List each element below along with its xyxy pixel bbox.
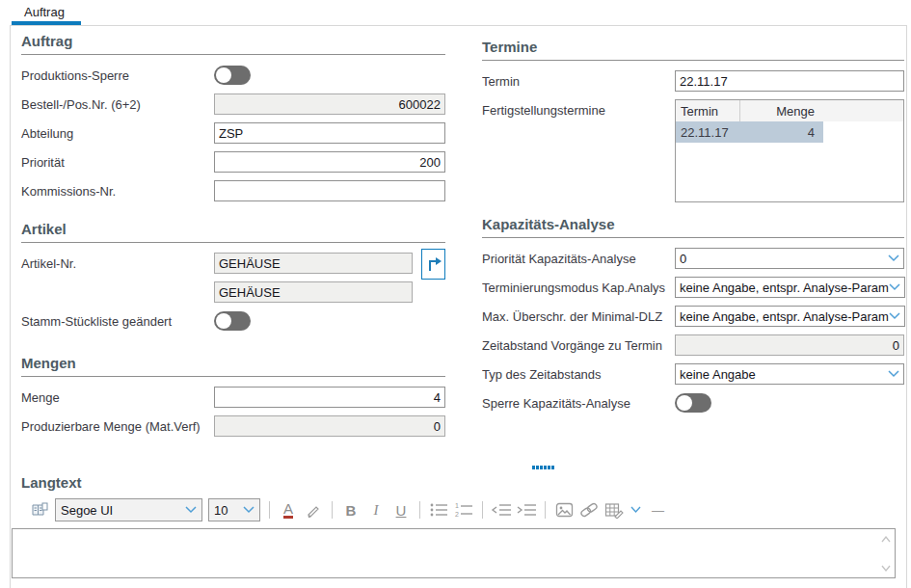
bullet-list-icon[interactable]	[428, 498, 449, 521]
bold-button[interactable]: B	[340, 498, 362, 521]
chevron-down-icon	[185, 506, 197, 514]
kommissions-nr-label: Kommissions-Nr.	[21, 184, 214, 199]
selected-value: keine Angabe, entspr. Analyse-Param	[680, 309, 889, 324]
bestell-pos-nr-label: Bestell-/Pos.Nr. (6+2)	[21, 97, 214, 112]
jump-arrow-icon	[424, 254, 443, 274]
stamm-stueckliste-label: Stamm-Stückliste geändert	[21, 314, 214, 329]
prioritaet-kapazitaets-analyse-select[interactable]: 0	[675, 248, 904, 269]
zeitabstand-vorgaenge-field[interactable]	[675, 334, 904, 356]
svg-text:1: 1	[455, 502, 459, 509]
termin-label: Termin	[482, 74, 675, 89]
section-title-mengen: Mengen	[21, 355, 445, 377]
langtext-editor[interactable]	[13, 529, 895, 577]
stamm-stueckliste-toggle[interactable]	[214, 311, 251, 331]
menge-label: Menge	[21, 390, 214, 405]
section-title-auftrag: Auftrag	[21, 33, 445, 55]
table-row[interactable]: 22.11.17 4	[676, 121, 823, 143]
section-title-artikel: Artikel	[21, 221, 445, 243]
produzierbare-menge-field[interactable]	[214, 415, 445, 437]
horizontal-rule-button[interactable]: —	[652, 503, 664, 518]
prioritaet-label: Priorität	[21, 155, 214, 170]
artikel-nr-label: Artikel-Nr.	[21, 256, 214, 271]
numbered-list-icon[interactable]: 1 2	[453, 498, 474, 521]
langtext-editor-wrap	[12, 528, 896, 578]
left-column: Auftrag Produktions-Sperre Bestell-/Pos.…	[21, 33, 445, 444]
artikel-jump-button[interactable]	[421, 249, 445, 280]
toolbar-divider	[269, 501, 270, 519]
insert-link-icon[interactable]	[578, 498, 600, 521]
toolbar-divider	[545, 501, 546, 519]
chevron-down-icon	[243, 506, 255, 514]
italic-button[interactable]: I	[365, 498, 387, 521]
tab-active-indicator	[12, 21, 81, 25]
toolbar-divider	[419, 501, 420, 519]
abteilung-label: Abteilung	[21, 126, 214, 141]
insert-image-icon[interactable]	[553, 498, 575, 521]
cell-termin: 22.11.17	[676, 125, 740, 140]
prioritaet-kapazitaets-analyse-label: Priorität Kapazitäts-Analyse	[482, 252, 675, 266]
font-color-button[interactable]: A	[278, 498, 299, 521]
font-family-select[interactable]: Segoe UI	[55, 498, 202, 521]
chevron-down-icon	[889, 312, 900, 320]
terminierungsmodus-select[interactable]: keine Angabe, entspr. Analyse-Param	[675, 277, 905, 298]
toolbar-divider	[482, 501, 483, 519]
max-ueberschr-minimal-dlz-select[interactable]: keine Angabe, entspr. Analyse-Param	[675, 306, 905, 327]
produktions-sperre-toggle[interactable]	[214, 66, 251, 85]
underline-button[interactable]: U	[390, 498, 412, 521]
svg-text:2: 2	[455, 511, 459, 518]
chevron-down-icon	[889, 283, 900, 291]
selected-size: 10	[214, 503, 243, 518]
zeitabstand-vorgaenge-label: Zeitabstand Vorgänge zu Termin	[482, 338, 675, 353]
highlight-pencil-icon[interactable]	[303, 498, 324, 521]
right-column: Termine Termin Fertigstellungstermine Te…	[482, 39, 904, 421]
sperre-kapazitaets-analyse-toggle[interactable]	[675, 393, 711, 413]
artikel-name-field[interactable]	[214, 281, 413, 303]
toolbar-divider	[332, 501, 333, 519]
termin-field[interactable]	[675, 70, 904, 92]
column-header-menge[interactable]: Menge	[740, 104, 818, 119]
max-ueberschr-minimal-dlz-label: Max. Überschr. der Minimal-DLZ	[482, 309, 675, 324]
section-title-kapazitaets-analyse: Kapazitäts-Analyse	[482, 216, 904, 238]
splitter-handle-icon[interactable]	[532, 466, 555, 469]
open-book-icon[interactable]	[29, 498, 50, 521]
scroll-down-icon[interactable]	[879, 562, 893, 574]
selected-value: keine Angabe, entspr. Analyse-Param	[680, 281, 889, 295]
font-size-select[interactable]: 10	[208, 498, 260, 521]
artikel-nr-field[interactable]	[214, 253, 413, 274]
abteilung-field[interactable]	[214, 122, 445, 144]
bestell-pos-nr-field[interactable]	[214, 94, 445, 115]
selected-font: Segoe UI	[61, 503, 185, 518]
prioritaet-field[interactable]	[214, 151, 445, 173]
chevron-down-icon	[888, 254, 899, 262]
insert-table-icon[interactable]	[603, 498, 625, 521]
cell-menge: 4	[740, 125, 818, 140]
langtext-toolbar: Segoe UI 10 A B I U 1 2	[27, 495, 664, 524]
scroll-up-icon[interactable]	[879, 533, 893, 545]
tab-auftrag[interactable]: Auftrag	[24, 5, 65, 19]
kommissions-nr-field[interactable]	[214, 180, 445, 201]
section-title-langtext: Langtext	[21, 474, 82, 491]
outdent-icon[interactable]	[491, 498, 512, 521]
terminierungsmodus-label: Terminierungsmodus Kap.Analys	[482, 281, 675, 295]
typ-des-zeitabstands-select[interactable]: keine Angabe	[675, 363, 904, 385]
fertigstellungstermine-table[interactable]: Termin Menge 22.11.17 4	[675, 99, 904, 202]
column-header-termin[interactable]: Termin	[676, 100, 740, 121]
selected-value: keine Angabe	[680, 367, 888, 382]
selected-value: 0	[680, 252, 888, 266]
menge-field[interactable]	[214, 387, 445, 408]
produktions-sperre-label: Produktions-Sperre	[21, 68, 214, 83]
produzierbare-menge-label: Produzierbare Menge (Mat.Verf)	[21, 419, 214, 434]
typ-des-zeitabstands-label: Typ des Zeitabstands	[482, 367, 675, 382]
section-title-termine: Termine	[482, 39, 904, 61]
table-menu-chevron-icon[interactable]	[629, 498, 642, 521]
fertigstellungstermine-label: Fertigstellungstermine	[482, 103, 675, 118]
indent-icon[interactable]	[516, 498, 537, 521]
chevron-down-icon	[888, 370, 899, 378]
fertigstellungstermine-table-header: Termin Menge	[676, 100, 903, 121]
font-color-icon: A	[283, 502, 293, 519]
sperre-kapazitaets-analyse-label: Sperre Kapazitäts-Analyse	[482, 396, 675, 411]
